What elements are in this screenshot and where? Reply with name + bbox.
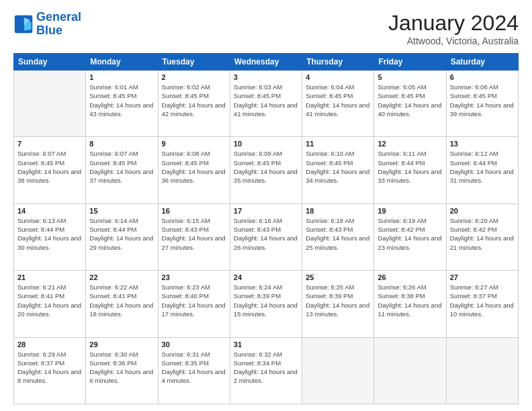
day-info: Sunrise: 6:21 AMSunset: 8:41 PMDaylight:…: [17, 283, 82, 318]
day-number: 8: [89, 140, 154, 148]
sunset-label: Sunset: 8:40 PM: [162, 292, 209, 300]
calendar-cell: 1Sunrise: 6:01 AMSunset: 8:45 PMDaylight…: [86, 71, 158, 137]
day-info: Sunrise: 6:06 AMSunset: 8:45 PMDaylight:…: [450, 83, 515, 118]
sunset-label: Sunset: 8:45 PM: [450, 92, 497, 99]
daylight-label: Daylight: 14 hours and 29 minutes.: [89, 234, 153, 250]
sunset-label: Sunset: 8:45 PM: [89, 159, 136, 167]
day-info: Sunrise: 6:29 AMSunset: 8:37 PMDaylight:…: [17, 350, 82, 385]
calendar-cell: [446, 337, 518, 404]
day-number: 9: [162, 140, 226, 148]
calendar-cell: 9Sunrise: 6:08 AMSunset: 8:45 PMDaylight…: [158, 137, 230, 203]
calendar-cell: 8Sunrise: 6:07 AMSunset: 8:45 PMDaylight…: [86, 137, 158, 203]
day-number: 1: [89, 73, 154, 81]
sunrise-label: Sunrise: 6:23 AM: [162, 283, 210, 291]
calendar-cell: 11Sunrise: 6:10 AMSunset: 8:45 PMDayligh…: [302, 137, 374, 203]
calendar-cell: 28Sunrise: 6:29 AMSunset: 8:37 PMDayligh…: [14, 337, 86, 404]
daylight-label: Daylight: 14 hours and 43 minutes.: [89, 101, 153, 118]
daylight-label: Daylight: 14 hours and 38 minutes.: [17, 168, 81, 184]
sunrise-label: Sunrise: 6:31 AM: [162, 351, 210, 358]
calendar-header-saturday: Saturday: [446, 54, 518, 71]
calendar-header-monday: Monday: [86, 54, 158, 71]
week-row-0: 1Sunrise: 6:01 AMSunset: 8:45 PMDaylight…: [14, 71, 519, 137]
day-number: 29: [89, 340, 154, 349]
day-number: 17: [234, 207, 298, 215]
sunset-label: Sunset: 8:45 PM: [162, 92, 209, 99]
day-info: Sunrise: 6:13 AMSunset: 8:44 PMDaylight:…: [17, 216, 82, 252]
subtitle: Attwood, Victoria, Australia: [388, 36, 519, 46]
sunrise-label: Sunrise: 6:15 AM: [162, 217, 210, 224]
sunrise-label: Sunrise: 6:04 AM: [306, 83, 354, 91]
day-number: 20: [450, 207, 515, 215]
calendar-cell: 15Sunrise: 6:14 AMSunset: 8:44 PMDayligh…: [86, 203, 158, 270]
calendar-cell: 13Sunrise: 6:12 AMSunset: 8:44 PMDayligh…: [446, 137, 518, 203]
sunrise-label: Sunrise: 6:12 AM: [450, 150, 498, 157]
day-number: 26: [378, 273, 442, 281]
calendar-cell: 5Sunrise: 6:05 AMSunset: 8:45 PMDaylight…: [374, 71, 446, 137]
sunset-label: Sunset: 8:45 PM: [234, 159, 281, 167]
sunset-label: Sunset: 8:45 PM: [17, 159, 64, 167]
calendar-cell: 24Sunrise: 6:24 AMSunset: 8:39 PMDayligh…: [230, 271, 302, 337]
daylight-label: Daylight: 14 hours and 41 minutes.: [234, 101, 298, 118]
daylight-label: Daylight: 14 hours and 40 minutes.: [378, 101, 441, 118]
calendar-cell: 21Sunrise: 6:21 AMSunset: 8:41 PMDayligh…: [14, 271, 86, 337]
daylight-label: Daylight: 14 hours and 30 minutes.: [17, 234, 81, 250]
header: General Blue January 2024 Attwood, Victo…: [13, 11, 519, 46]
day-info: Sunrise: 6:26 AMSunset: 8:38 PMDaylight:…: [378, 283, 442, 318]
sunrise-label: Sunrise: 6:18 AM: [306, 217, 354, 224]
day-number: 3: [234, 73, 298, 81]
logo-icon: [13, 14, 34, 34]
daylight-label: Daylight: 14 hours and 36 minutes.: [162, 168, 226, 184]
sunset-label: Sunset: 8:41 PM: [89, 292, 136, 300]
day-info: Sunrise: 6:16 AMSunset: 8:43 PMDaylight:…: [234, 216, 298, 252]
day-number: 22: [89, 273, 154, 281]
sunrise-label: Sunrise: 6:13 AM: [17, 217, 66, 224]
daylight-label: Daylight: 14 hours and 26 minutes.: [234, 234, 298, 250]
sunset-label: Sunset: 8:45 PM: [378, 92, 425, 99]
day-number: 14: [17, 207, 82, 215]
day-info: Sunrise: 6:14 AMSunset: 8:44 PMDaylight:…: [89, 216, 154, 252]
sunrise-label: Sunrise: 6:27 AM: [450, 283, 498, 291]
day-number: 23: [162, 273, 226, 281]
sunset-label: Sunset: 8:35 PM: [162, 359, 209, 367]
calendar-cell: 6Sunrise: 6:06 AMSunset: 8:45 PMDaylight…: [446, 71, 518, 137]
sunset-label: Sunset: 8:38 PM: [378, 292, 425, 300]
day-number: 27: [450, 273, 515, 281]
day-info: Sunrise: 6:10 AMSunset: 8:45 PMDaylight:…: [306, 149, 370, 185]
week-row-3: 21Sunrise: 6:21 AMSunset: 8:41 PMDayligh…: [14, 271, 519, 337]
calendar-cell: 4Sunrise: 6:04 AMSunset: 8:45 PMDaylight…: [302, 71, 374, 137]
calendar-table: SundayMondayTuesdayWednesdayThursdayFrid…: [13, 53, 519, 404]
sunrise-label: Sunrise: 6:24 AM: [234, 283, 282, 291]
sunrise-label: Sunrise: 6:05 AM: [378, 83, 426, 91]
day-number: 19: [378, 207, 442, 215]
sunset-label: Sunset: 8:44 PM: [17, 226, 64, 233]
daylight-label: Daylight: 14 hours and 33 minutes.: [378, 168, 441, 184]
sunrise-label: Sunrise: 6:14 AM: [89, 217, 138, 224]
calendar-cell: 30Sunrise: 6:31 AMSunset: 8:35 PMDayligh…: [158, 337, 230, 404]
day-number: 5: [378, 73, 442, 81]
sunrise-label: Sunrise: 6:22 AM: [89, 283, 138, 291]
logo: General Blue: [13, 11, 81, 38]
daylight-label: Daylight: 14 hours and 17 minutes.: [162, 302, 226, 318]
sunset-label: Sunset: 8:34 PM: [234, 359, 281, 367]
daylight-label: Daylight: 14 hours and 18 minutes.: [89, 302, 153, 318]
calendar-cell: 3Sunrise: 6:03 AMSunset: 8:45 PMDaylight…: [230, 71, 302, 137]
daylight-label: Daylight: 14 hours and 8 minutes.: [17, 368, 81, 384]
week-row-2: 14Sunrise: 6:13 AMSunset: 8:44 PMDayligh…: [14, 203, 519, 270]
sunset-label: Sunset: 8:37 PM: [17, 359, 64, 367]
calendar-cell: 18Sunrise: 6:18 AMSunset: 8:43 PMDayligh…: [302, 203, 374, 270]
sunrise-label: Sunrise: 6:26 AM: [378, 283, 426, 291]
daylight-label: Daylight: 14 hours and 23 minutes.: [378, 234, 441, 250]
daylight-label: Daylight: 14 hours and 6 minutes.: [89, 368, 153, 384]
calendar-cell: 26Sunrise: 6:26 AMSunset: 8:38 PMDayligh…: [374, 271, 446, 337]
daylight-label: Daylight: 14 hours and 35 minutes.: [234, 168, 298, 184]
day-info: Sunrise: 6:07 AMSunset: 8:45 PMDaylight:…: [89, 149, 154, 185]
day-info: Sunrise: 6:30 AMSunset: 8:36 PMDaylight:…: [89, 350, 154, 385]
day-number: 18: [306, 207, 370, 215]
sunrise-label: Sunrise: 6:07 AM: [89, 150, 138, 157]
daylight-label: Daylight: 14 hours and 31 minutes.: [450, 168, 514, 184]
sunrise-label: Sunrise: 6:19 AM: [378, 217, 426, 224]
daylight-label: Daylight: 14 hours and 37 minutes.: [89, 168, 153, 184]
day-number: 12: [378, 140, 442, 148]
day-info: Sunrise: 6:12 AMSunset: 8:44 PMDaylight:…: [450, 149, 515, 185]
sunrise-label: Sunrise: 6:07 AM: [17, 150, 66, 157]
